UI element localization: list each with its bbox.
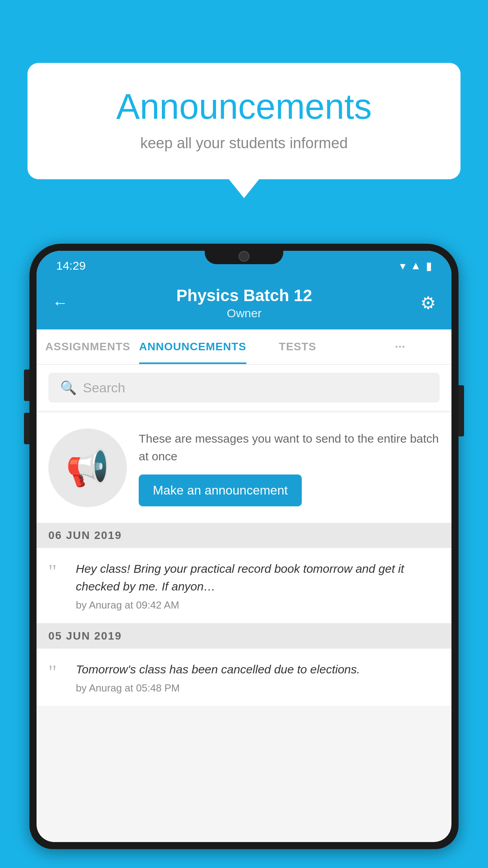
prompt-right: These are messages you want to send to t… bbox=[139, 430, 440, 506]
owner-label: Owner bbox=[176, 307, 312, 320]
wifi-icon: ▾ bbox=[400, 259, 405, 272]
search-container: 🔍 Search bbox=[37, 365, 451, 410]
speech-bubble-section: Announcements keep all your students inf… bbox=[28, 63, 460, 179]
signal-icon: ▲ bbox=[410, 259, 421, 272]
phone-button-vol-down bbox=[24, 413, 29, 444]
announcement-author-1: by Anurag at 09:42 AM bbox=[76, 599, 440, 611]
tab-more[interactable]: ··· bbox=[349, 329, 451, 364]
phone-notch bbox=[205, 244, 283, 264]
status-time: 14:29 bbox=[56, 259, 86, 272]
announcement-content-2: Tomorrow's class has been cancelled due … bbox=[76, 660, 440, 694]
date-separator-june5: 05 JUN 2019 bbox=[37, 623, 451, 649]
speech-bubble: Announcements keep all your students inf… bbox=[28, 63, 460, 179]
megaphone-icon: 📢 bbox=[66, 447, 110, 489]
date-separator-june6: 06 JUN 2019 bbox=[37, 523, 451, 548]
make-announcement-button[interactable]: Make an announcement bbox=[139, 474, 302, 506]
app-header: ← Physics Batch 12 Owner ⚙ bbox=[37, 278, 451, 329]
phone-camera bbox=[238, 251, 250, 262]
batch-title: Physics Batch 12 bbox=[176, 286, 312, 305]
phone-button-power bbox=[459, 385, 464, 436]
search-icon: 🔍 bbox=[60, 380, 77, 395]
announcement-item-2[interactable]: " Tomorrow's class has been cancelled du… bbox=[37, 649, 451, 706]
announcement-text-2: Tomorrow's class has been cancelled due … bbox=[76, 660, 440, 678]
tabs-bar: ASSIGNMENTS ANNOUNCEMENTS TESTS ··· bbox=[37, 329, 451, 365]
announcement-prompt: 📢 These are messages you want to send to… bbox=[37, 413, 451, 523]
tab-announcements[interactable]: ANNOUNCEMENTS bbox=[139, 329, 246, 364]
gear-icon[interactable]: ⚙ bbox=[420, 293, 436, 313]
back-button[interactable]: ← bbox=[52, 294, 68, 312]
phone-outer: 14:29 ▾ ▲ ▮ ← Physics Batch 12 Owner ⚙ bbox=[29, 244, 459, 849]
search-placeholder: Search bbox=[83, 380, 125, 395]
quote-icon-1: " bbox=[48, 562, 68, 582]
phone-screen: 14:29 ▾ ▲ ▮ ← Physics Batch 12 Owner ⚙ bbox=[37, 251, 451, 842]
announcement-text-1: Hey class! Bring your practical record b… bbox=[76, 560, 440, 595]
tab-tests[interactable]: TESTS bbox=[246, 329, 349, 364]
tab-assignments[interactable]: ASSIGNMENTS bbox=[37, 329, 139, 364]
status-icons: ▾ ▲ ▮ bbox=[400, 259, 432, 272]
announcement-author-2: by Anurag at 05:48 PM bbox=[76, 682, 440, 694]
phone-button-vol-up bbox=[24, 370, 29, 401]
prompt-description: These are messages you want to send to t… bbox=[139, 430, 440, 465]
battery-icon: ▮ bbox=[426, 259, 432, 272]
bubble-title: Announcements bbox=[59, 86, 429, 127]
announcement-item-1[interactable]: " Hey class! Bring your practical record… bbox=[37, 548, 451, 623]
bubble-subtitle: keep all your students informed bbox=[59, 135, 429, 152]
megaphone-circle: 📢 bbox=[48, 428, 127, 507]
search-bar[interactable]: 🔍 Search bbox=[48, 373, 440, 403]
header-center: Physics Batch 12 Owner bbox=[176, 286, 312, 320]
phone-mockup: 14:29 ▾ ▲ ▮ ← Physics Batch 12 Owner ⚙ bbox=[29, 244, 459, 868]
quote-icon-2: " bbox=[48, 662, 68, 683]
announcement-content-1: Hey class! Bring your practical record b… bbox=[76, 560, 440, 611]
